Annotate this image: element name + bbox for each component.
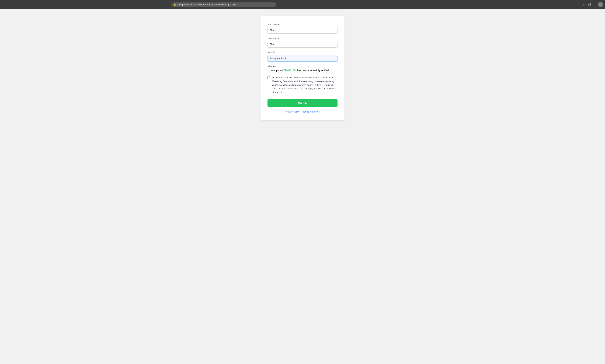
- browser-chrome: ← → ↻ 🔒 link.gohighlevel.com/widget/form…: [0, 0, 605, 9]
- sms-consent-text: I Consent to Receive SMS Notifications, …: [272, 76, 338, 94]
- first-name-group: First Name: [267, 23, 338, 34]
- bookmark-button[interactable]: ☆: [582, 2, 586, 7]
- extensions-button[interactable]: [587, 2, 592, 7]
- nav-buttons: ← → ↻: [2, 2, 18, 7]
- profile-avatar[interactable]: G: [598, 2, 603, 7]
- back-button[interactable]: ←: [2, 2, 7, 7]
- email-label: Email *: [267, 51, 338, 54]
- svg-rect-2: [588, 5, 589, 5]
- phone-label: Phone *: [267, 65, 338, 68]
- form-card: First Name Last Name Email * Phone * ✔ Y…: [261, 16, 344, 120]
- privacy-policy-link[interactable]: Privacy Policy: [285, 110, 300, 113]
- terms-of-service-link[interactable]: Terms of Service: [303, 110, 320, 113]
- phone-group: Phone * ✔ Your phone 7980331382 has been…: [267, 65, 338, 72]
- page-content: First Name Last Name Email * Phone * ✔ Y…: [0, 9, 605, 364]
- email-group: Email *: [267, 51, 338, 62]
- url-text: link.gohighlevel.com/widget/form/ghz0Kb6…: [178, 3, 274, 6]
- more-button[interactable]: ⋮: [593, 2, 597, 7]
- first-name-label: First Name: [267, 23, 338, 26]
- browser-actions: ☆ ⋮ G: [582, 2, 603, 7]
- svg-rect-1: [590, 3, 591, 4]
- submit-button[interactable]: Button: [267, 99, 338, 107]
- sms-consent-group: I Consent to Receive SMS Notifications, …: [267, 76, 338, 94]
- address-bar[interactable]: 🔒 link.gohighlevel.com/widget/form/ghz0K…: [171, 2, 276, 7]
- svg-rect-0: [588, 3, 589, 4]
- svg-rect-3: [590, 5, 591, 5]
- last-name-label: Last Name: [267, 37, 338, 40]
- check-circle-icon: ✔: [267, 69, 270, 72]
- lock-icon: 🔒: [173, 3, 176, 6]
- verified-number: 7980331382: [283, 69, 297, 72]
- email-input[interactable]: [267, 55, 338, 62]
- reload-button[interactable]: ↻: [13, 2, 18, 7]
- verified-text: Your phone 7980331382 has been successfu…: [271, 69, 329, 72]
- last-name-input[interactable]: [267, 41, 338, 48]
- footer-links: Privacy Policy | Terms of Service: [267, 110, 338, 113]
- forward-button[interactable]: →: [8, 2, 13, 7]
- sms-consent-checkbox[interactable]: [267, 76, 270, 79]
- footer-separator: |: [301, 110, 301, 113]
- phone-verified-message: ✔ Your phone 7980331382 has been success…: [267, 69, 338, 72]
- first-name-input[interactable]: [267, 27, 338, 34]
- last-name-group: Last Name: [267, 37, 338, 48]
